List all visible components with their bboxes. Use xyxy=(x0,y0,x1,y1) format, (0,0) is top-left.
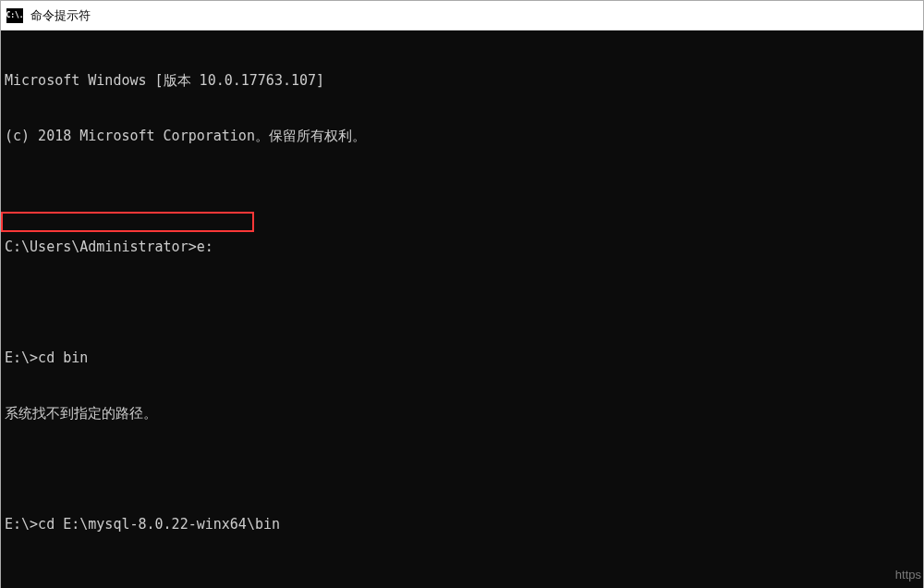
terminal-line: (c) 2018 Microsoft Corporation。保留所有权利。 xyxy=(5,127,923,145)
terminal-line: 系统找不到指定的路径。 xyxy=(5,404,923,423)
terminal-line xyxy=(5,570,923,588)
terminal-line: Microsoft Windows [版本 10.0.17763.107] xyxy=(5,71,923,90)
terminal-line xyxy=(5,182,923,201)
command-prompt-window: C:\. 命令提示符 Microsoft Windows [版本 10.0.17… xyxy=(0,0,924,588)
terminal-line xyxy=(5,293,923,312)
terminal-line xyxy=(5,459,923,478)
highlight-annotation xyxy=(1,212,254,232)
terminal-line: E:\>cd E:\mysql-8.0.22-winx64\bin xyxy=(5,515,923,533)
terminal-line: C:\Users\Administrator>e: xyxy=(5,238,923,256)
icon-text: C:\. xyxy=(6,12,23,19)
window-title: 命令提示符 xyxy=(30,7,91,24)
command-prompt-icon: C:\. xyxy=(6,8,23,23)
terminal-line: E:\>cd bin xyxy=(5,349,923,367)
terminal-area[interactable]: Microsoft Windows [版本 10.0.17763.107] (c… xyxy=(1,31,923,588)
watermark-text: https xyxy=(895,566,921,584)
window-titlebar[interactable]: C:\. 命令提示符 xyxy=(1,1,923,31)
